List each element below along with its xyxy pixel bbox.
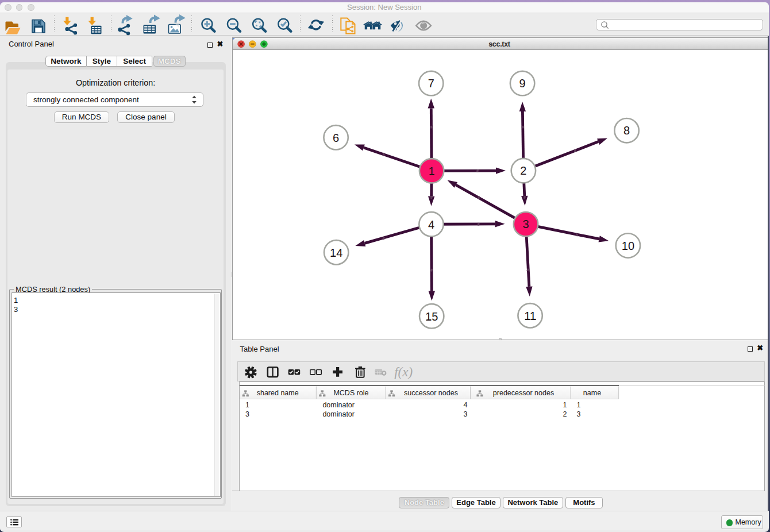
svg-text:14: 14 bbox=[330, 246, 342, 259]
svg-text:7: 7 bbox=[428, 77, 434, 90]
svg-text:9: 9 bbox=[519, 77, 525, 90]
svg-text:8: 8 bbox=[623, 124, 630, 137]
svg-text:10: 10 bbox=[621, 240, 634, 252]
svg-text:4: 4 bbox=[428, 218, 434, 231]
svg-text:15: 15 bbox=[425, 310, 438, 323]
svg-text:6: 6 bbox=[333, 132, 339, 144]
svg-text:11: 11 bbox=[524, 310, 536, 322]
svg-text:1: 1 bbox=[428, 165, 434, 178]
svg-text:f(x): f(x) bbox=[394, 364, 413, 379]
svg-text:2: 2 bbox=[520, 164, 526, 177]
svg-text:3: 3 bbox=[522, 218, 529, 230]
